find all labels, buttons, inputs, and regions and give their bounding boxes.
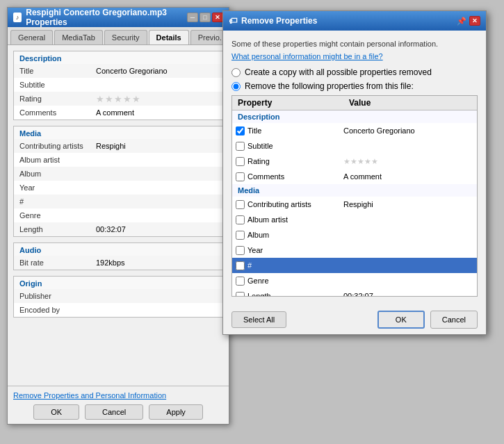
radio-remove-label: Remove the following properties from thi…	[245, 81, 414, 91]
prop-album: Album	[14, 167, 222, 181]
dialog-title-bar: 🏷 Remove Properties 📌 ✕	[223, 11, 486, 31]
tab-general[interactable]: General	[10, 30, 53, 44]
remove-properties-link[interactable]: Remove Properties and Personal Informati…	[13, 391, 166, 400]
dialog-ok-button[interactable]: OK	[377, 311, 425, 329]
tab-bar: General MediaTab Security Details Previo…	[8, 27, 229, 45]
personal-info-link[interactable]: What personal information might be in a …	[231, 52, 478, 60]
window-icon: ♪	[13, 13, 22, 22]
footer-buttons: OK Cancel Apply	[13, 404, 223, 420]
description-section: Description Title Concerto Gregoriano Su…	[13, 51, 223, 120]
prop-length: Length 00:32:07	[14, 222, 222, 236]
prop-year: Year	[14, 181, 222, 195]
checkbox-length[interactable]	[236, 292, 245, 297]
list-item[interactable]: Comments A comment	[232, 169, 477, 184]
close-button[interactable]: ✕	[212, 13, 223, 22]
prop-title: Title Concerto Gregoriano	[14, 64, 222, 78]
checkbox-album-artist[interactable]	[236, 215, 245, 224]
list-item[interactable]: Album	[232, 227, 477, 242]
list-item[interactable]: Contributing artists Respighi	[232, 197, 477, 212]
list-item[interactable]: Rating ★★★★★	[232, 154, 477, 169]
select-all-button[interactable]: Select All	[231, 311, 286, 328]
prop-track: #	[14, 195, 222, 208]
checkbox-year[interactable]	[236, 246, 245, 255]
title-bar: ♪ Respighi Concerto Gregoriano.mp3 Prope…	[8, 8, 229, 27]
description-label: Description	[14, 51, 222, 64]
list-item[interactable]: Genre	[232, 273, 477, 288]
list-item[interactable]: Album artist	[232, 212, 477, 227]
tab-security[interactable]: Security	[104, 30, 147, 44]
list-media-label: Media	[232, 184, 477, 197]
checkbox-title[interactable]	[236, 126, 245, 135]
checkbox-comments[interactable]	[236, 172, 245, 181]
radio-copy-label: Create a copy with all possible properti…	[245, 67, 432, 77]
tab-mediatab[interactable]: MediaTab	[54, 30, 103, 44]
list-header: Property Value	[232, 96, 477, 110]
rating-stars[interactable]: ★★★★★	[96, 94, 141, 104]
dialog-close-button[interactable]: ✕	[469, 16, 480, 26]
prop-rating: Rating ★★★★★	[14, 92, 222, 106]
media-label: Media	[14, 126, 222, 139]
audio-label: Audio	[14, 243, 222, 256]
window-title: Respighi Concerto Gregoriano.mp3 Propert…	[26, 8, 187, 27]
prop-publisher: Publisher	[14, 289, 222, 303]
prop-comments: Comments A comment	[14, 106, 222, 120]
list-item[interactable]: Title Concerto Gregoriano	[232, 123, 477, 138]
radio-copy-option[interactable]: Create a copy with all possible properti…	[231, 67, 478, 77]
prop-contributing-artists: Contributing artists Respighi	[14, 139, 222, 153]
origin-section: Origin Publisher Encoded by	[13, 276, 223, 318]
apply-button[interactable]: Apply	[149, 404, 203, 420]
cancel-button[interactable]: Cancel	[85, 404, 143, 420]
radio-remove-option[interactable]: Remove the following properties from thi…	[231, 81, 478, 91]
radio-remove-input[interactable]	[231, 82, 241, 91]
remove-properties-dialog: 🏷 Remove Properties 📌 ✕ Some of these pr…	[222, 10, 487, 335]
main-window: ♪ Respighi Concerto Gregoriano.mp3 Prope…	[7, 7, 229, 425]
prop-album-artist: Album artist	[14, 153, 222, 167]
properties-content: Description Title Concerto Gregoriano Su…	[8, 45, 229, 386]
prop-bitrate: Bit rate 192kbps	[14, 256, 222, 270]
pin-icon[interactable]: 📌	[457, 17, 466, 26]
dialog-cancel-button[interactable]: Cancel	[430, 311, 478, 329]
minimize-button[interactable]: ─	[187, 13, 198, 22]
prop-encoded-by: Encoded by	[14, 303, 222, 317]
audio-section: Audio Bit rate 192kbps	[13, 242, 223, 270]
maximize-button[interactable]: □	[200, 13, 211, 22]
list-item[interactable]: Year	[232, 242, 477, 258]
ok-button[interactable]: OK	[33, 404, 79, 420]
list-description-label: Description	[232, 110, 477, 123]
header-property: Property	[232, 98, 343, 108]
header-value: Value	[343, 98, 477, 108]
dialog-title-text: Remove Properties	[241, 16, 317, 26]
list-item[interactable]: Length 00:32:07	[232, 288, 477, 297]
checkbox-genre[interactable]	[236, 277, 245, 286]
checkbox-album[interactable]	[236, 231, 245, 240]
media-section: Media Contributing artists Respighi Albu…	[13, 126, 223, 237]
property-list: Property Value Description Title Concert…	[231, 95, 478, 297]
prop-subtitle: Subtitle	[14, 78, 222, 92]
list-item[interactable]: Subtitle	[232, 138, 477, 154]
prop-genre: Genre	[14, 208, 222, 222]
origin-label: Origin	[14, 277, 222, 289]
checkbox-track[interactable]	[236, 261, 245, 270]
dialog-body: Some of these properties might contain p…	[223, 31, 486, 305]
dialog-footer: Select All OK Cancel	[223, 305, 486, 334]
dialog-title-icon: 🏷	[229, 16, 237, 26]
checkbox-subtitle[interactable]	[236, 142, 245, 151]
radio-copy-input[interactable]	[231, 68, 241, 77]
tab-details[interactable]: Details	[149, 30, 189, 44]
checkbox-rating[interactable]	[236, 157, 245, 166]
list-item-selected[interactable]: #	[232, 258, 477, 273]
dialog-info-text: Some of these properties might contain p…	[231, 39, 478, 49]
window-footer: Remove Properties and Personal Informati…	[8, 386, 229, 424]
checkbox-contributing-artists[interactable]	[236, 200, 245, 209]
